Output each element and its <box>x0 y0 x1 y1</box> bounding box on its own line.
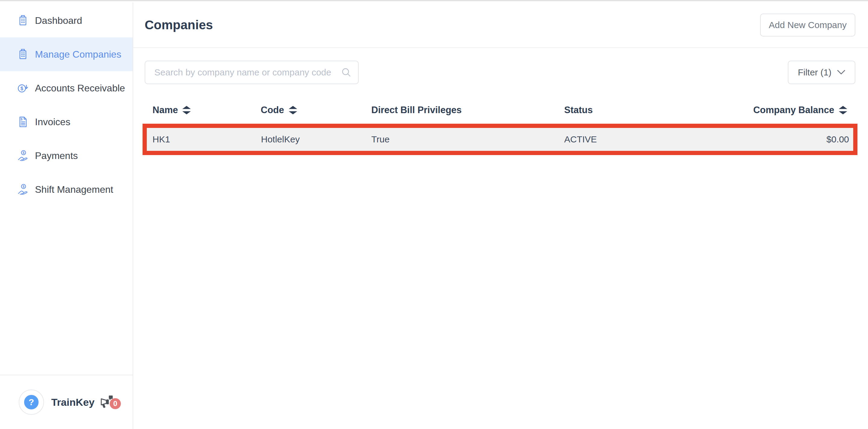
column-label: Company Balance <box>753 105 834 116</box>
sidebar-item-dashboard[interactable]: Dashboard <box>0 4 133 37</box>
search-icon <box>341 67 351 78</box>
cell-direct-bill-privileges: True <box>371 128 390 151</box>
announcement-count-badge: 0 <box>110 398 121 409</box>
building-icon <box>17 48 29 60</box>
sidebar-item-label: Shift Management <box>35 184 113 195</box>
sidebar-item-invoices[interactable]: $ Invoices <box>0 105 133 139</box>
question-mark-icon: ? <box>24 395 38 409</box>
column-label: Name <box>153 105 178 116</box>
column-label: Direct Bill Privileges <box>371 105 462 116</box>
sidebar-item-accounts-receivable[interactable]: $ Accounts Receivable <box>0 71 133 105</box>
svg-text:$: $ <box>23 185 24 188</box>
help-button[interactable]: ? <box>19 390 44 415</box>
brand-trainkey: TrainKey <box>51 396 95 408</box>
sidebar-item-label: Invoices <box>35 116 70 127</box>
sidebar-item-label: Dashboard <box>35 15 82 26</box>
svg-text:$: $ <box>21 86 23 91</box>
chevron-down-icon <box>837 70 845 75</box>
sidebar-item-manage-companies[interactable]: Manage Companies <box>0 37 133 71</box>
announcements-widget[interactable]: 0 <box>99 395 121 409</box>
column-header-status: Status <box>564 101 593 119</box>
toolbar: Filter (1) <box>145 61 855 85</box>
sidebar-item-label: Manage Companies <box>35 49 121 60</box>
cell-name: HK1 <box>153 128 170 151</box>
sort-icon[interactable] <box>838 106 847 115</box>
column-label: Status <box>564 105 593 116</box>
page-title: Companies <box>145 18 213 32</box>
sidebar-item-label: Payments <box>35 150 78 162</box>
sidebar-item-shift-management[interactable]: $ Shift Management <box>0 173 133 206</box>
page-header: Companies Add New Company <box>133 2 868 48</box>
dollar-circle-arrow-icon: $ <box>17 82 29 94</box>
building-icon <box>17 15 29 27</box>
hand-coin-icon: $ <box>17 150 29 162</box>
tutorial-highlight-border: HK1 HotlelKey True ACTIVE $0.00 <box>143 124 858 155</box>
sidebar-footer: ? TrainKey 0 <box>0 375 133 429</box>
cell-code: HotlelKey <box>261 128 300 151</box>
sidebar-nav: Dashboard Manage Companies $ <box>0 2 133 206</box>
column-header-name[interactable]: Name <box>153 101 191 119</box>
sidebar: Dashboard Manage Companies $ <box>0 2 133 429</box>
table-row-hk1[interactable]: HK1 HotlelKey True ACTIVE $0.00 <box>147 128 853 151</box>
sidebar-item-payments[interactable]: $ Payments <box>0 139 133 173</box>
search-box <box>145 61 359 84</box>
cell-company-balance: $0.00 <box>827 128 849 151</box>
filter-button-label: Filter (1) <box>798 67 832 78</box>
table-header: Name Code Direct Bill Privileges Status <box>133 101 868 119</box>
column-header-company-balance[interactable]: Company Balance <box>753 101 847 119</box>
search-input[interactable] <box>154 67 341 78</box>
svg-text:$: $ <box>21 117 22 121</box>
column-header-code[interactable]: Code <box>261 101 298 119</box>
sidebar-item-label: Accounts Receivable <box>35 83 125 94</box>
invoice-document-icon: $ <box>17 116 29 128</box>
sort-icon[interactable] <box>182 106 191 115</box>
svg-text:$: $ <box>23 151 24 154</box>
sort-icon[interactable] <box>288 106 298 115</box>
hand-coin-icon: $ <box>17 183 29 196</box>
main-content: Companies Add New Company Filter (1) Nam… <box>133 2 868 429</box>
app-window: Dashboard Manage Companies $ <box>0 0 868 429</box>
column-header-direct-bill-privileges: Direct Bill Privileges <box>371 101 462 119</box>
add-new-company-button[interactable]: Add New Company <box>760 13 855 36</box>
cell-status: ACTIVE <box>564 128 597 151</box>
column-label: Code <box>261 105 284 116</box>
filter-button[interactable]: Filter (1) <box>788 61 855 84</box>
